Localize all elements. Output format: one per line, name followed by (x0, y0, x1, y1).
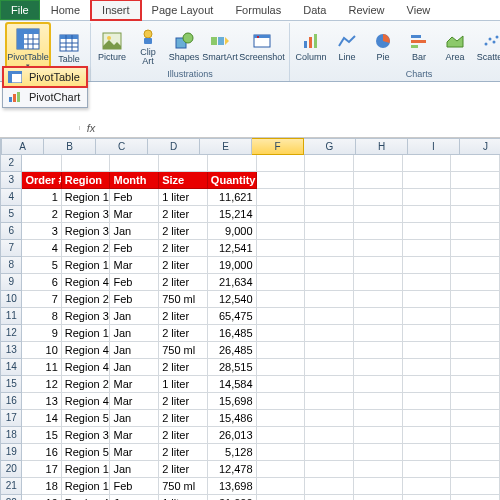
cell-A5[interactable]: 2 (22, 206, 61, 223)
cell-B7[interactable]: Region 2 (62, 240, 111, 257)
cell-J22[interactable] (451, 495, 500, 500)
cell-F11[interactable] (257, 308, 306, 325)
cell-A22[interactable]: 19 (22, 495, 61, 500)
cell-B21[interactable]: Region 1 (62, 478, 111, 495)
cell-G9[interactable] (305, 274, 354, 291)
bar-chart-button[interactable]: Bar (402, 24, 436, 68)
cell-I22[interactable] (403, 495, 452, 500)
cell-F10[interactable] (257, 291, 306, 308)
cell-D9[interactable]: 2 liter (159, 274, 208, 291)
cell-B16[interactable]: Region 4 (62, 393, 111, 410)
cell-G22[interactable] (305, 495, 354, 500)
cell-D18[interactable]: 2 liter (159, 427, 208, 444)
row-header[interactable]: 14 (0, 359, 22, 376)
cell-D19[interactable]: 2 liter (159, 444, 208, 461)
row-header[interactable]: 8 (0, 257, 22, 274)
shapes-button[interactable]: Shapes (167, 24, 201, 68)
tab-insert[interactable]: Insert (91, 0, 141, 20)
dropdown-item-pivottable[interactable]: PivotTable (3, 67, 87, 87)
row-header[interactable]: 12 (0, 325, 22, 342)
cell-J8[interactable] (451, 257, 500, 274)
cell-G11[interactable] (305, 308, 354, 325)
cell-J17[interactable] (451, 410, 500, 427)
cell-G13[interactable] (305, 342, 354, 359)
cell-E17[interactable]: 15,486 (208, 410, 257, 427)
cell-F22[interactable] (257, 495, 306, 500)
cell-A16[interactable]: 13 (22, 393, 61, 410)
column-header-D[interactable]: D (148, 138, 200, 155)
cell-E6[interactable]: 9,000 (208, 223, 257, 240)
cell-B3[interactable]: Region (62, 172, 111, 189)
cell-D22[interactable]: 1 liter (159, 495, 208, 500)
cell-H17[interactable] (354, 410, 403, 427)
cell-E11[interactable]: 65,475 (208, 308, 257, 325)
cell-C10[interactable]: Feb (110, 291, 159, 308)
cell-I7[interactable] (403, 240, 452, 257)
cell-G16[interactable] (305, 393, 354, 410)
cell-A19[interactable]: 16 (22, 444, 61, 461)
cell-A8[interactable]: 5 (22, 257, 61, 274)
cell-C21[interactable]: Feb (110, 478, 159, 495)
cell-B22[interactable]: Region 4 (62, 495, 111, 500)
cell-J15[interactable] (451, 376, 500, 393)
cell-F19[interactable] (257, 444, 306, 461)
cell-F6[interactable] (257, 223, 306, 240)
cell-H9[interactable] (354, 274, 403, 291)
cell-H18[interactable] (354, 427, 403, 444)
cell-B2[interactable] (62, 155, 111, 172)
cell-H3[interactable] (354, 172, 403, 189)
cell-D4[interactable]: 1 liter (159, 189, 208, 206)
cell-F13[interactable] (257, 342, 306, 359)
cell-H12[interactable] (354, 325, 403, 342)
column-header-B[interactable]: B (44, 138, 96, 155)
cell-G21[interactable] (305, 478, 354, 495)
cell-F2[interactable] (257, 155, 306, 172)
cell-A6[interactable]: 3 (22, 223, 61, 240)
cell-D5[interactable]: 2 liter (159, 206, 208, 223)
cell-E21[interactable]: 13,698 (208, 478, 257, 495)
cell-I15[interactable] (403, 376, 452, 393)
cell-D3[interactable]: Size (159, 172, 208, 189)
formula-input[interactable] (102, 120, 500, 136)
cell-D8[interactable]: 2 liter (159, 257, 208, 274)
cell-I16[interactable] (403, 393, 452, 410)
name-box[interactable] (0, 126, 80, 130)
cell-B20[interactable]: Region 1 (62, 461, 111, 478)
cell-E22[interactable]: 31,000 (208, 495, 257, 500)
table-button[interactable]: Table (52, 26, 86, 70)
tab-review[interactable]: Review (337, 0, 395, 20)
cell-J4[interactable] (451, 189, 500, 206)
cell-E20[interactable]: 12,478 (208, 461, 257, 478)
cell-J7[interactable] (451, 240, 500, 257)
row-header[interactable]: 11 (0, 308, 22, 325)
cell-H2[interactable] (354, 155, 403, 172)
cell-H4[interactable] (354, 189, 403, 206)
cell-F15[interactable] (257, 376, 306, 393)
cell-I14[interactable] (403, 359, 452, 376)
cell-F7[interactable] (257, 240, 306, 257)
row-header[interactable]: 5 (0, 206, 22, 223)
cell-I2[interactable] (403, 155, 452, 172)
cell-G19[interactable] (305, 444, 354, 461)
fx-icon[interactable]: fx (80, 122, 102, 134)
column-header-I[interactable]: I (408, 138, 460, 155)
cell-J21[interactable] (451, 478, 500, 495)
cell-C4[interactable]: Feb (110, 189, 159, 206)
cell-I12[interactable] (403, 325, 452, 342)
cell-D13[interactable]: 750 ml (159, 342, 208, 359)
cell-G2[interactable] (305, 155, 354, 172)
cell-E2[interactable] (208, 155, 257, 172)
cell-B18[interactable]: Region 3 (62, 427, 111, 444)
cell-A18[interactable]: 15 (22, 427, 61, 444)
tab-view[interactable]: View (396, 0, 442, 20)
tab-formulas[interactable]: Formulas (224, 0, 292, 20)
column-header-J[interactable]: J (460, 138, 500, 155)
cell-C8[interactable]: Mar (110, 257, 159, 274)
cell-D10[interactable]: 750 ml (159, 291, 208, 308)
cell-C20[interactable]: Jan (110, 461, 159, 478)
screenshot-button[interactable]: Screenshot (239, 24, 285, 68)
cell-J11[interactable] (451, 308, 500, 325)
cell-I5[interactable] (403, 206, 452, 223)
cell-C6[interactable]: Jan (110, 223, 159, 240)
cell-E13[interactable]: 26,485 (208, 342, 257, 359)
